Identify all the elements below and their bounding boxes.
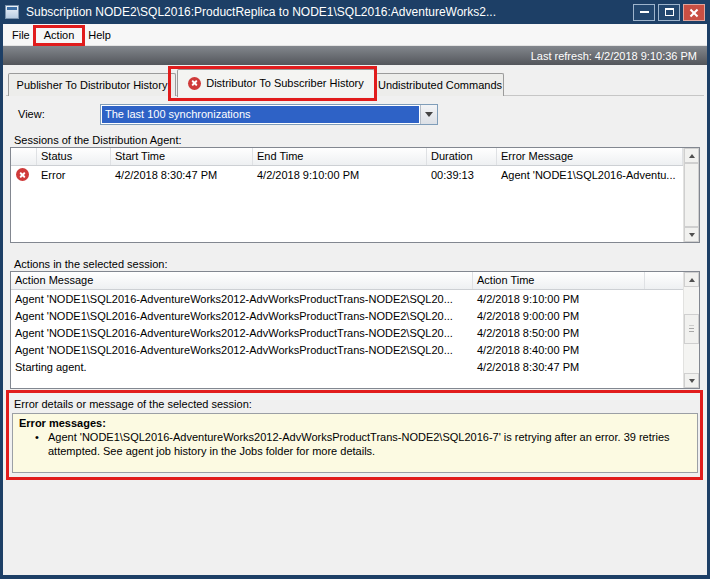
error-status-icon: [188, 77, 201, 90]
sessions-label: Sessions of the Distribution Agent:: [14, 134, 182, 146]
error-details-label: Error details or message of the selected…: [14, 398, 252, 410]
scroll-thumb[interactable]: [684, 314, 699, 344]
last-refresh-text: Last refresh: 4/2/2018 9:10:36 PM: [531, 50, 697, 62]
tab-label: Publisher To Distributor History: [17, 79, 168, 91]
menu-file[interactable]: File: [5, 25, 37, 45]
column-header-duration[interactable]: Duration: [427, 148, 497, 165]
error-details-box: Error messages: • Agent 'NODE1\SQL2016-A…: [12, 413, 698, 473]
arrow-up-icon: [689, 278, 695, 282]
session-error-message-cell: Agent 'NODE1\SQL2016-Adventu...: [497, 169, 683, 181]
window-controls: [630, 4, 705, 21]
tab-label: Distributor To Subscriber History: [206, 77, 364, 89]
tab-distributor-to-subscriber-history[interactable]: Distributor To Subscriber History: [177, 69, 375, 97]
action-message-cell: Agent 'NODE1\SQL2016-AdventureWorks2012-…: [11, 293, 473, 305]
sessions-table: Status Start Time End Time Duration Erro…: [10, 147, 700, 243]
actions-scrollbar[interactable]: [683, 272, 699, 388]
actions-table: Action Message Action Time Agent 'NODE1\…: [10, 271, 700, 389]
scroll-down-button[interactable]: [684, 373, 699, 388]
action-message-cell: Agent 'NODE1\SQL2016-AdventureWorks2012-…: [11, 327, 473, 339]
maximize-button[interactable]: [658, 4, 680, 21]
arrow-down-icon: [689, 233, 695, 237]
action-time-cell: 4/2/2018 8:40:00 PM: [473, 344, 645, 356]
dropdown-button[interactable]: [420, 105, 437, 124]
sessions-scrollbar[interactable]: [683, 148, 699, 242]
column-header-status[interactable]: Status: [37, 148, 111, 165]
scroll-up-button[interactable]: [684, 148, 699, 163]
action-message-cell: Starting agent.: [11, 361, 473, 373]
menu-action[interactable]: Action: [37, 25, 82, 45]
action-time-cell: 4/2/2018 8:50:00 PM: [473, 327, 645, 339]
scroll-up-button[interactable]: [684, 272, 699, 287]
view-label: View:: [18, 108, 45, 120]
scroll-down-button[interactable]: [684, 227, 699, 242]
action-message-cell: Agent 'NODE1\SQL2016-AdventureWorks2012-…: [11, 344, 473, 356]
bullet-icon: •: [35, 431, 48, 458]
view-dropdown[interactable]: The last 100 synchronizations: [100, 104, 438, 125]
action-row[interactable]: Agent 'NODE1\SQL2016-AdventureWorks2012-…: [11, 290, 683, 307]
refresh-status-strip: Last refresh: 4/2/2018 9:10:36 PM: [3, 46, 707, 65]
action-row[interactable]: Agent 'NODE1\SQL2016-AdventureWorks2012-…: [11, 324, 683, 341]
error-message-item: • Agent 'NODE1\SQL2016-AdventureWorks201…: [35, 431, 691, 458]
session-status-icon-cell: [11, 168, 37, 181]
minimize-button[interactable]: [633, 4, 655, 21]
tab-label: Undistributed Commands: [378, 79, 502, 91]
error-status-icon: [16, 168, 29, 181]
chevron-down-icon: [425, 112, 433, 117]
actions-label: Actions in the selected session:: [14, 258, 167, 270]
session-end-time-cell: 4/2/2018 9:10:00 PM: [253, 169, 427, 181]
column-header-end-time[interactable]: End Time: [253, 148, 427, 165]
error-messages-heading: Error messages:: [19, 417, 691, 429]
column-header-filler: [645, 272, 683, 289]
session-row[interactable]: Error 4/2/2018 8:30:47 PM 4/2/2018 9:10:…: [11, 166, 683, 183]
action-time-cell: 4/2/2018 8:30:47 PM: [473, 361, 645, 373]
maximize-icon: [665, 8, 674, 16]
title-bar[interactable]: Subscription NODE2\SQL2016:ProductReplic…: [0, 0, 710, 24]
actions-table-body: Action Message Action Time Agent 'NODE1\…: [11, 272, 683, 388]
client-area: File Action Help Last refresh: 4/2/2018 …: [3, 24, 707, 575]
arrow-up-icon: [689, 154, 695, 158]
session-start-time-cell: 4/2/2018 8:30:47 PM: [111, 169, 253, 181]
action-row[interactable]: Starting agent. 4/2/2018 8:30:47 PM: [11, 358, 683, 375]
action-time-cell: 4/2/2018 9:00:00 PM: [473, 310, 645, 322]
scroll-thumb[interactable]: [684, 163, 699, 227]
column-header-error-message[interactable]: Error Message: [497, 148, 683, 165]
column-header-status-icon[interactable]: [11, 148, 37, 165]
column-header-start-time[interactable]: Start Time: [111, 148, 253, 165]
view-dropdown-value: The last 100 synchronizations: [102, 106, 419, 123]
column-header-action-message[interactable]: Action Message: [11, 272, 473, 289]
action-time-cell: 4/2/2018 9:10:00 PM: [473, 293, 645, 305]
column-header-action-time[interactable]: Action Time: [473, 272, 645, 289]
replication-monitor-window: Subscription NODE2\SQL2016:ProductReplic…: [0, 0, 710, 579]
scroll-grip-icon: [689, 326, 694, 333]
action-message-cell: Agent 'NODE1\SQL2016-AdventureWorks2012-…: [11, 310, 473, 322]
sessions-table-header: Status Start Time End Time Duration Erro…: [11, 148, 683, 166]
menu-bar: File Action Help: [3, 24, 707, 46]
window-icon: [5, 5, 19, 19]
arrow-down-icon: [689, 379, 695, 383]
window-title: Subscription NODE2\SQL2016:ProductReplic…: [26, 5, 626, 19]
tab-publisher-to-distributor-history[interactable]: Publisher To Distributor History: [8, 73, 176, 96]
session-duration-cell: 00:39:13: [427, 169, 497, 181]
close-button[interactable]: [683, 4, 705, 21]
tab-strip: Publisher To Distributor History Distrib…: [8, 68, 505, 96]
action-row[interactable]: Agent 'NODE1\SQL2016-AdventureWorks2012-…: [11, 341, 683, 358]
session-status-cell: Error: [37, 169, 111, 181]
actions-table-header: Action Message Action Time: [11, 272, 683, 290]
tab-undistributed-commands[interactable]: Undistributed Commands: [376, 73, 504, 96]
error-message-text: Agent 'NODE1\SQL2016-AdventureWorks2012-…: [48, 431, 691, 458]
action-row[interactable]: Agent 'NODE1\SQL2016-AdventureWorks2012-…: [11, 307, 683, 324]
minimize-icon: [640, 11, 649, 13]
menu-help[interactable]: Help: [81, 25, 118, 45]
sessions-table-body: Status Start Time End Time Duration Erro…: [11, 148, 683, 242]
